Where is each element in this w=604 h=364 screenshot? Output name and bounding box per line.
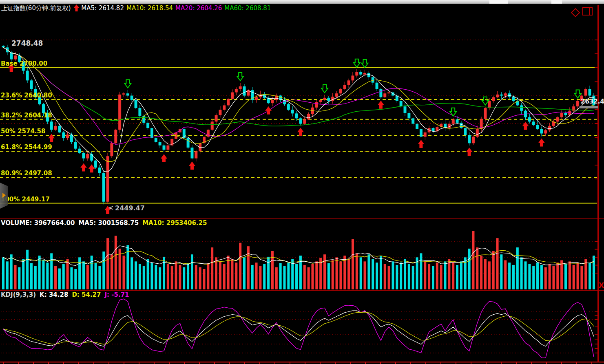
volume-bar (400, 263, 402, 289)
volume-bar (159, 267, 161, 289)
sell-arrow-icon (354, 59, 360, 67)
candle (118, 95, 121, 130)
volume-bar (380, 256, 382, 289)
kdj-value-label: KDJ(9,3,3) (1, 291, 36, 298)
window-layout-button[interactable] (582, 7, 593, 15)
candle (159, 142, 162, 146)
candle (520, 105, 523, 110)
candle (456, 119, 459, 123)
volume-bar (10, 254, 13, 289)
volume-bar (540, 265, 543, 289)
volume-bar (308, 267, 310, 289)
candle (243, 86, 246, 96)
volume-bar (564, 264, 567, 289)
volume-value-label: MA10: 2953406.25 (142, 219, 207, 227)
fib-level-label: 50% 2574.58 (1, 128, 45, 135)
ma-value-label: MA20: 2604.26 (175, 4, 222, 12)
volume-bar (199, 267, 201, 289)
candle (327, 98, 330, 101)
volume-bar (549, 264, 551, 289)
volume-bar (488, 261, 491, 289)
buy-arrow-icon (466, 148, 473, 156)
candle (295, 113, 298, 118)
volume-bar (456, 265, 458, 289)
volume-bar (580, 266, 583, 289)
candle (138, 108, 141, 116)
volume-bar (131, 257, 133, 289)
volume-bar (119, 249, 121, 289)
volume-bar (255, 263, 258, 289)
candle (363, 73, 366, 75)
volume-bar (560, 260, 563, 290)
volume-bar (34, 266, 37, 289)
candle (122, 93, 125, 95)
volume-bar (62, 264, 65, 289)
candle (299, 118, 302, 124)
candle (219, 110, 221, 115)
volume-bar (223, 264, 226, 289)
ma-value-label: MA10: 2618.54 (126, 4, 173, 12)
ma-values: MA5: 2614.82MA10: 2618.54MA20: 2604.26MA… (81, 4, 273, 12)
candle (492, 97, 495, 101)
volume-bar (95, 263, 97, 289)
candle (496, 95, 499, 97)
ma60-line (3, 47, 594, 126)
volume-bar (372, 259, 374, 289)
candle (98, 168, 101, 173)
volume-bar (163, 257, 165, 289)
volume-bar (38, 256, 41, 289)
candle (110, 143, 113, 156)
volume-bar (203, 269, 206, 289)
chart-canvas[interactable] (0, 0, 604, 364)
volume-bar (231, 259, 233, 289)
volume-bar (66, 259, 69, 289)
candle (564, 113, 567, 115)
candle (544, 130, 547, 134)
volume-bar (392, 261, 394, 289)
volume-bar (536, 263, 539, 289)
volume-bar (247, 246, 250, 289)
volume-bar (219, 261, 221, 289)
volume-bar (207, 263, 209, 289)
volume-bar (589, 263, 591, 289)
candle (500, 95, 503, 96)
volume-bar (512, 265, 515, 289)
window-layout-divider (589, 8, 590, 15)
candle (508, 93, 511, 97)
candle (347, 80, 350, 85)
volume-bar (492, 251, 495, 289)
panel-close-icon[interactable]: X (599, 281, 604, 289)
volume-bar (367, 254, 370, 289)
candle (74, 142, 77, 149)
volume-bar (30, 263, 33, 289)
candle (400, 101, 403, 106)
fib-level-label: 38.2% 2604.18 (1, 112, 52, 119)
signal-markers (8, 59, 581, 214)
candle (2, 46, 5, 47)
sell-arrow-icon (362, 60, 368, 68)
candle (472, 137, 475, 143)
volume-bar (420, 253, 422, 289)
volume-bar (412, 266, 414, 289)
candle (58, 126, 61, 132)
fib-lines (0, 68, 597, 203)
candle (512, 97, 515, 101)
volume-bar (303, 265, 306, 289)
candle (102, 173, 105, 201)
candle (14, 55, 17, 59)
sell-arrow-icon (575, 90, 581, 98)
volume-bar (508, 263, 511, 289)
candle (355, 72, 358, 75)
volume-bar (472, 231, 474, 289)
volume-bar (239, 243, 241, 289)
buy-arrow-icon (80, 163, 87, 172)
candle (576, 101, 579, 106)
volume-bar (155, 265, 157, 289)
volume-bar (58, 269, 61, 289)
candle (78, 149, 81, 153)
candle (307, 114, 310, 119)
volume-bar (191, 254, 193, 289)
candle (146, 123, 149, 128)
volume-bar (6, 261, 9, 289)
sidebar-expand-handle[interactable] (0, 183, 8, 209)
